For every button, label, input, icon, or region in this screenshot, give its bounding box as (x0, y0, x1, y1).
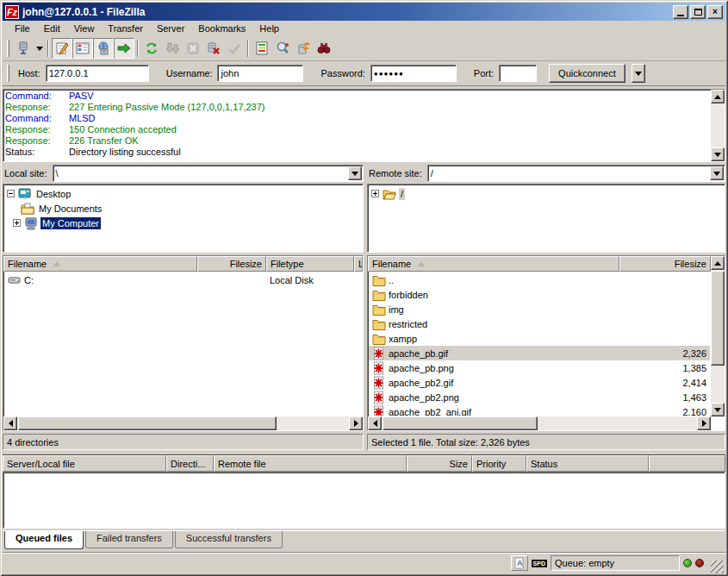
quickconnect-button[interactable]: Quickconnect (549, 64, 625, 83)
remote-file-row[interactable]: forbidden (369, 287, 710, 302)
menu-help[interactable]: Help (252, 22, 286, 35)
local-file-row[interactable]: C: Local Disk (4, 272, 362, 287)
local-horizontal-scrollbar[interactable] (3, 416, 363, 430)
menu-edit[interactable]: Edit (37, 22, 67, 35)
scroll-left-button[interactable] (3, 416, 17, 430)
find-files-button[interactable] (314, 38, 334, 59)
synchronized-browsing-button[interactable] (293, 38, 314, 59)
menu-server[interactable]: Server (150, 22, 191, 35)
column-header-last-modified[interactable]: L (354, 256, 363, 272)
port-input[interactable] (499, 65, 537, 82)
column-header-direction[interactable]: Directi... (166, 455, 214, 472)
remote-site-combobox[interactable]: / (427, 165, 725, 182)
remote-file-row[interactable]: apache_pb2.gif 2,414 (369, 375, 710, 390)
column-header-size[interactable]: Size (407, 455, 472, 472)
remote-file-row[interactable]: apache_pb2_ani.gif 2,160 (369, 404, 710, 416)
menu-bookmarks[interactable]: Bookmarks (191, 22, 252, 35)
column-header-priority[interactable]: Priority (472, 455, 526, 472)
remote-file-row[interactable]: xampp (369, 331, 710, 346)
refresh-button[interactable] (141, 38, 162, 59)
remote-file-row-selected[interactable]: apache_pb.gif 2,326 (369, 346, 710, 360)
close-button[interactable]: × (707, 5, 723, 19)
message-log[interactable]: Command:PASV Response:227 Entering Passi… (3, 89, 725, 162)
resize-grip[interactable] (711, 560, 724, 573)
site-manager-dropdown-button[interactable] (34, 38, 45, 59)
filter-button[interactable] (252, 38, 272, 59)
tab-successful-transfers[interactable]: Successful transfers (175, 531, 283, 548)
column-header-filesize[interactable]: Filesize (197, 256, 266, 272)
data-type-indicator[interactable]: A (511, 555, 528, 571)
tree-item-my-documents[interactable]: My Documents (7, 201, 363, 216)
queue-list[interactable] (3, 472, 725, 529)
title-bar[interactable]: Fz john@127.0.0.1 - FileZilla × (3, 3, 725, 21)
scroll-down-button[interactable] (711, 403, 725, 416)
scrollbar-thumb[interactable] (383, 416, 538, 430)
remote-directory-tree[interactable]: / (367, 184, 725, 253)
host-input[interactable] (46, 65, 149, 82)
menu-file[interactable]: File (8, 22, 37, 35)
column-header-server-local-file[interactable]: Server/Local file (3, 455, 166, 472)
triangle-left-icon (373, 420, 377, 427)
remote-file-row[interactable]: apache_pb.png 1,385 (369, 360, 710, 375)
local-site-bar: Local site: \ (3, 165, 364, 182)
scroll-left-button[interactable] (368, 416, 382, 430)
remote-horizontal-scrollbar[interactable] (368, 416, 711, 430)
expand-icon[interactable] (13, 219, 21, 227)
reconnect-button[interactable] (224, 38, 245, 59)
remote-file-row[interactable]: img (369, 302, 710, 316)
tab-failed-transfers[interactable]: Failed transfers (85, 531, 173, 548)
toolbar-grip[interactable] (7, 40, 9, 57)
column-header-filename[interactable]: Filename (3, 256, 197, 272)
local-site-dropdown-button[interactable] (348, 166, 362, 180)
filter-icon (255, 41, 269, 55)
remote-site-dropdown-button[interactable] (710, 166, 724, 180)
tab-queued-files[interactable]: Queued files (4, 531, 84, 549)
toggle-remote-tree-button[interactable] (93, 38, 114, 59)
remote-file-row[interactable]: .. (369, 272, 710, 287)
scroll-right-button[interactable] (349, 416, 363, 430)
scroll-up-button[interactable] (711, 256, 725, 270)
local-file-list[interactable]: Filename Filesize Filetype L C: Local Di… (3, 255, 364, 431)
toggle-local-tree-button[interactable] (72, 38, 93, 59)
speed-limits-icon[interactable]: SPD (532, 560, 547, 567)
cancel-operation-button[interactable] (183, 38, 203, 59)
scroll-down-button[interactable] (711, 147, 725, 161)
scroll-up-button[interactable] (711, 90, 725, 103)
column-header-filesize[interactable]: Filesize (619, 256, 711, 272)
toggle-message-log-button[interactable] (52, 38, 72, 59)
local-site-combobox[interactable]: \ (53, 165, 364, 182)
expand-icon[interactable] (371, 190, 379, 197)
quickconnect-dropdown-button[interactable] (632, 64, 645, 83)
directory-comparison-button[interactable] (272, 38, 293, 59)
process-queue-button[interactable] (162, 38, 183, 59)
password-input[interactable] (370, 65, 457, 82)
scroll-right-button[interactable] (697, 416, 711, 430)
log-scrollbar[interactable] (711, 90, 725, 161)
menu-view[interactable]: View (67, 22, 102, 35)
tree-item-desktop[interactable]: Desktop (7, 186, 363, 201)
site-manager-button[interactable] (13, 38, 34, 59)
quickconnect-grip[interactable] (7, 65, 9, 82)
scrollbar-thumb[interactable] (18, 416, 277, 430)
column-header-filename[interactable]: Filename (368, 256, 619, 272)
minimize-button[interactable] (673, 5, 688, 19)
image-file-icon (372, 376, 386, 390)
tree-item-my-computer[interactable]: My Computer (7, 216, 363, 230)
maximize-button[interactable] (690, 5, 706, 19)
column-header-remote-file[interactable]: Remote file (214, 455, 407, 472)
toggle-transfer-queue-button[interactable] (114, 38, 134, 59)
remote-file-row[interactable]: apache_pb2.png 1,463 (369, 390, 710, 404)
remote-file-row[interactable]: restricted (369, 316, 710, 331)
tree-item-root[interactable]: / (371, 186, 725, 201)
disconnect-button[interactable] (203, 38, 224, 59)
toggle-remote-tree-icon (96, 41, 110, 55)
column-header-status[interactable]: Status (526, 455, 649, 472)
local-directory-tree[interactable]: Desktop My Documents My Computer (3, 184, 364, 253)
menu-transfer[interactable]: Transfer (101, 22, 150, 35)
column-header-filetype[interactable]: Filetype (266, 256, 354, 272)
collapse-icon[interactable] (7, 190, 15, 197)
remote-vertical-scrollbar[interactable] (711, 256, 725, 416)
username-input[interactable] (217, 65, 303, 82)
remote-file-list[interactable]: Filename Filesize .. forbidden img restr… (367, 255, 725, 431)
scrollbar-thumb[interactable] (711, 271, 725, 366)
